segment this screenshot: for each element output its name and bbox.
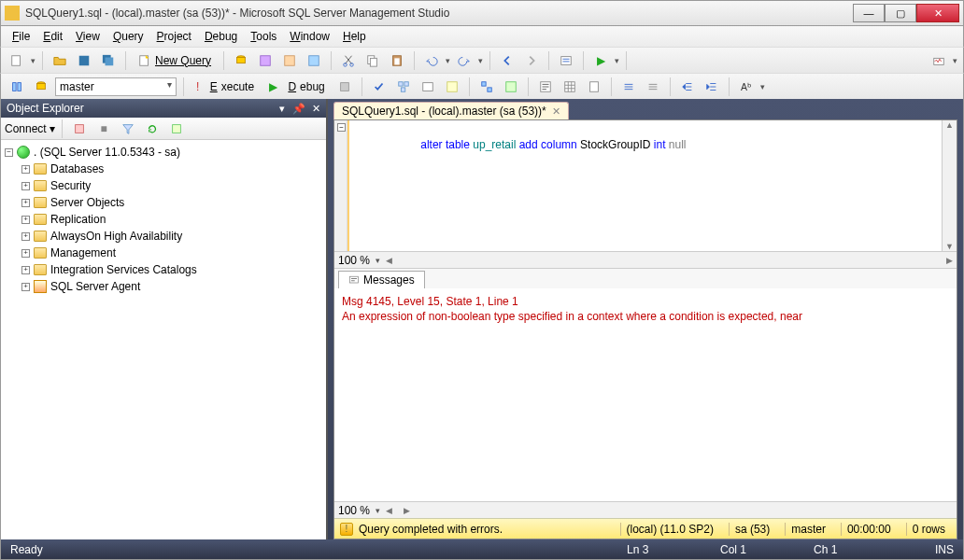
save-all-button[interactable] <box>98 50 119 71</box>
tree-node-server-objects[interactable]: + Server Objects <box>3 194 324 211</box>
start-button[interactable]: ▶ <box>590 50 611 71</box>
outdent-button[interactable] <box>702 77 722 97</box>
dropdown-icon[interactable]: ▾ <box>953 56 957 65</box>
nav-fwd-button[interactable] <box>521 50 542 71</box>
new-query-button[interactable]: New Query <box>133 52 217 69</box>
tree-node-agent[interactable]: + SQL Server Agent <box>3 278 324 295</box>
minimize-button[interactable]: — <box>853 4 885 22</box>
use-db-button[interactable] <box>31 77 51 97</box>
menu-file[interactable]: File <box>7 28 35 45</box>
expand-icon[interactable]: + <box>21 216 30 224</box>
new-project-button[interactable] <box>7 50 27 71</box>
scroll-up-icon[interactable]: ▲ <box>945 120 954 130</box>
refresh-button[interactable] <box>142 119 163 139</box>
db-engine-query-icon[interactable] <box>231 50 251 71</box>
scroll-right-icon[interactable]: ▶ <box>946 256 953 265</box>
messages-tab[interactable]: Messages <box>338 271 425 288</box>
indent-button[interactable] <box>677 77 698 97</box>
zoom-value[interactable]: 100 % <box>338 504 370 517</box>
expand-icon[interactable]: + <box>21 266 30 274</box>
menu-view[interactable]: View <box>70 28 106 45</box>
dmx-query-icon[interactable] <box>279 50 300 71</box>
zoom-value[interactable]: 100 % <box>338 254 370 267</box>
mdx-query-icon[interactable] <box>255 50 276 71</box>
menu-window[interactable]: Window <box>284 28 335 45</box>
scroll-left-icon[interactable]: ◀ <box>386 256 392 265</box>
scroll-right-icon[interactable]: ▶ <box>404 506 410 515</box>
menu-query[interactable]: Query <box>107 28 149 45</box>
collapse-icon[interactable]: − <box>5 148 13 157</box>
undo-button[interactable] <box>421 50 442 71</box>
execute-button[interactable]: ! Execute <box>191 78 260 95</box>
menu-project[interactable]: Project <box>151 28 197 45</box>
change-connection-button[interactable] <box>7 77 27 97</box>
debug-button[interactable]: ▶ Debug <box>263 78 331 95</box>
specify-template-button[interactable]: Aᵇ <box>736 77 757 97</box>
nav-back-button[interactable] <box>497 50 517 71</box>
zoom-dropdown-icon[interactable]: ▾ <box>376 256 380 265</box>
dropdown-icon[interactable]: ▾ <box>446 56 450 65</box>
intellisense-button[interactable] <box>442 77 462 97</box>
query-options-button[interactable] <box>418 77 438 97</box>
document-tab[interactable]: SQLQuery1.sql - (local).master (sa (53))… <box>333 102 569 119</box>
open-button[interactable] <box>50 50 70 71</box>
tree-node-management[interactable]: + Management <box>3 245 324 261</box>
tree-node-integration[interactable]: + Integration Services Catalogs <box>3 261 324 278</box>
paste-button[interactable] <box>387 50 407 71</box>
outline-collapse-icon[interactable]: − <box>337 123 346 132</box>
save-button[interactable] <box>74 50 94 71</box>
database-combo[interactable]: master <box>55 77 177 96</box>
close-button[interactable]: ✕ <box>916 4 959 22</box>
comment-button[interactable] <box>618 77 639 97</box>
panel-menu-icon[interactable]: ▾ <box>279 103 285 114</box>
scroll-down-icon[interactable]: ▼ <box>945 242 954 251</box>
dropdown-icon[interactable]: ▾ <box>615 56 619 65</box>
parse-button[interactable] <box>369 77 390 97</box>
include-stats-button[interactable] <box>501 77 521 97</box>
copy-button[interactable] <box>362 50 383 71</box>
messages-pane[interactable]: Msg 4145, Level 15, State 1, Line 1 An e… <box>334 288 957 501</box>
find-button[interactable] <box>556 50 576 71</box>
expand-icon[interactable]: + <box>21 199 30 207</box>
scroll-left-icon[interactable]: ◀ <box>386 506 392 515</box>
tree-node-alwayson[interactable]: + AlwaysOn High Availability <box>3 228 324 245</box>
tree-node-databases[interactable]: + Databases <box>3 161 324 177</box>
zoom-dropdown-icon[interactable]: ▾ <box>376 506 380 515</box>
cancel-query-button[interactable] <box>334 77 355 97</box>
results-file-button[interactable] <box>584 77 604 97</box>
estimated-plan-button[interactable] <box>393 77 414 97</box>
tree-node-replication[interactable]: + Replication <box>3 211 324 228</box>
expand-icon[interactable]: + <box>21 182 30 190</box>
menu-debug[interactable]: Debug <box>199 28 243 45</box>
dropdown-icon[interactable]: ▾ <box>760 82 765 91</box>
menu-edit[interactable]: Edit <box>37 28 68 45</box>
menu-help[interactable]: Help <box>337 28 372 45</box>
uncomment-button[interactable] <box>643 77 663 97</box>
editor-scrollbar[interactable]: ▲ ▼ <box>942 120 957 251</box>
expand-icon[interactable]: + <box>21 232 30 241</box>
pin-icon[interactable]: 📌 <box>292 103 305 114</box>
dropdown-icon[interactable]: ▾ <box>478 56 483 65</box>
panel-close-icon[interactable]: ✕ <box>312 103 320 114</box>
disconnect-button[interactable] <box>69 119 90 139</box>
xmla-query-icon[interactable] <box>304 50 324 71</box>
code-editor[interactable]: −alter table up_retail add column StockG… <box>334 120 957 251</box>
tree-node-security[interactable]: + Security <box>3 177 324 194</box>
stop-button[interactable]: ■ <box>93 119 114 139</box>
menu-tools[interactable]: Tools <box>245 28 282 45</box>
connect-button[interactable]: Connect ▾ <box>5 122 55 135</box>
filter-button[interactable] <box>118 119 138 139</box>
expand-icon[interactable]: + <box>21 249 30 258</box>
dropdown-icon[interactable]: ▾ <box>31 56 35 65</box>
redo-button[interactable] <box>454 50 475 71</box>
results-text-button[interactable] <box>535 77 556 97</box>
tab-close-icon[interactable]: ✕ <box>552 105 560 118</box>
expand-icon[interactable]: + <box>21 283 30 291</box>
results-grid-button[interactable] <box>560 77 580 97</box>
expand-icon[interactable]: + <box>21 165 30 174</box>
tree-root[interactable]: − . (SQL Server 11.0.5343 - sa) <box>3 144 324 161</box>
code-text[interactable]: −alter table up_retail add column StockG… <box>347 120 942 251</box>
include-plan-button[interactable] <box>476 77 497 97</box>
registered-servers-button[interactable] <box>166 119 187 139</box>
activity-monitor-button[interactable] <box>929 50 949 71</box>
